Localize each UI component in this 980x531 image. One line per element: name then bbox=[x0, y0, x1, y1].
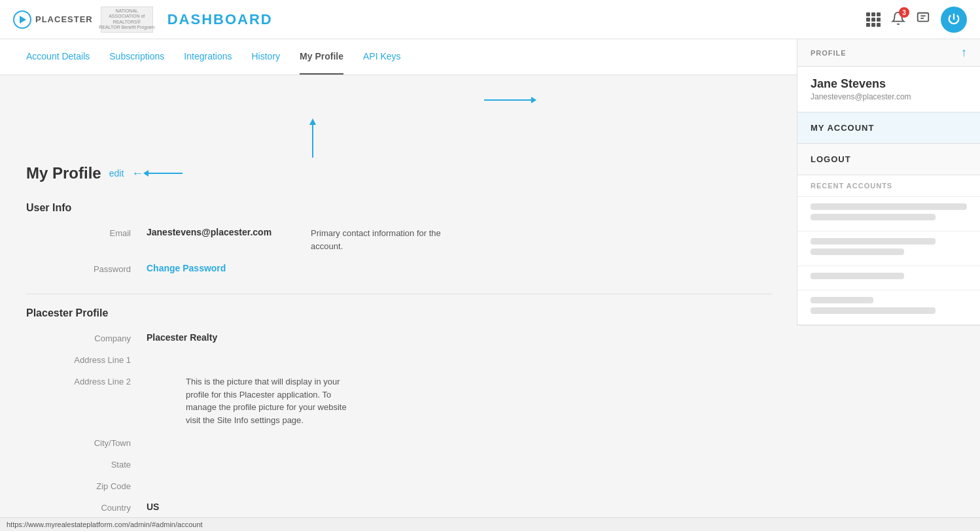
svg-marker-6 bbox=[309, 118, 316, 125]
country-row: Country US bbox=[26, 502, 772, 513]
placester-profile-title: Placester Profile bbox=[26, 307, 772, 319]
skeleton-line bbox=[811, 238, 936, 245]
company-row: Company Placester Realty bbox=[26, 332, 772, 343]
header: PLACESTER NATIONAL ASSOCIATION of REALTO… bbox=[0, 0, 980, 39]
logout-menu-item[interactable]: LOGOUT bbox=[797, 144, 980, 175]
header-left: PLACESTER NATIONAL ASSOCIATION of REALTO… bbox=[13, 7, 866, 33]
zip-row: Zip Code bbox=[26, 480, 772, 491]
country-label: Country bbox=[26, 502, 131, 513]
profile-email: Janestevens@placester.com bbox=[811, 92, 967, 101]
tab-history[interactable]: History bbox=[252, 39, 281, 75]
arrow-right-indicator bbox=[26, 95, 772, 105]
edit-link[interactable]: edit bbox=[109, 168, 124, 179]
tab-api-keys[interactable]: API Keys bbox=[363, 39, 401, 75]
profile-name: Jane Stevens bbox=[811, 77, 967, 91]
arrow-left-icon bbox=[131, 167, 183, 180]
profile-dropdown: PROFILE ↑ Jane Stevens Janestevens@place… bbox=[797, 39, 980, 326]
play-triangle-icon bbox=[20, 16, 26, 24]
grid-dot bbox=[877, 18, 881, 22]
status-url: https://www.myrealestateplatform.com/adm… bbox=[7, 521, 203, 528]
city-label: City/Town bbox=[26, 437, 131, 448]
notification-icon[interactable]: 3 bbox=[891, 11, 905, 27]
grid-dot bbox=[866, 23, 870, 27]
zip-label: Zip Code bbox=[26, 480, 131, 491]
header-right: 3 bbox=[866, 7, 967, 33]
grid-dot bbox=[871, 12, 875, 16]
email-value: Janestevens@placester.com bbox=[147, 227, 271, 237]
recent-account-item[interactable] bbox=[797, 197, 980, 231]
svg-rect-0 bbox=[918, 13, 929, 22]
user-info-section: User Info Email Janestevens@placester.co… bbox=[26, 202, 772, 274]
tabs-bar: Account Details Subscriptions Integratio… bbox=[0, 39, 798, 75]
power-button[interactable] bbox=[941, 7, 967, 33]
skeleton-line bbox=[811, 273, 904, 279]
company-label: Company bbox=[26, 332, 131, 343]
tab-my-profile[interactable]: My Profile bbox=[300, 39, 343, 75]
state-label: State bbox=[26, 458, 131, 470]
tab-account-details[interactable]: Account Details bbox=[26, 39, 90, 75]
recent-accounts-header: RECENT ACCOUNTS bbox=[797, 175, 980, 197]
skeleton-line bbox=[811, 307, 936, 314]
address1-row: Address Line 1 bbox=[26, 354, 772, 365]
profile-arrow-up-icon: ↑ bbox=[961, 46, 967, 60]
address1-label: Address Line 1 bbox=[26, 354, 131, 365]
skeleton-line bbox=[811, 203, 967, 210]
page-title: My Profile bbox=[26, 164, 101, 182]
grid-dot bbox=[866, 12, 870, 16]
address2-label: Address Line 2 bbox=[26, 375, 131, 386]
picture-hint: This is the picture that will display in… bbox=[186, 375, 349, 426]
skeleton-line bbox=[811, 248, 904, 255]
country-value: US bbox=[147, 502, 159, 512]
email-label: Email bbox=[26, 227, 131, 238]
address2-row: Address Line 2 This is the picture that … bbox=[26, 375, 772, 426]
email-row: Email Janestevens@placester.com Primary … bbox=[26, 227, 772, 252]
grid-dot bbox=[871, 18, 875, 22]
placester-logo: PLACESTER bbox=[13, 10, 93, 29]
password-label: Password bbox=[26, 263, 131, 274]
page-header: My Profile edit bbox=[26, 164, 772, 182]
my-account-menu-item[interactable]: MY ACCOUNT bbox=[797, 112, 980, 144]
svg-marker-4 bbox=[531, 97, 536, 103]
email-hint: Primary contact information for the acco… bbox=[311, 227, 474, 252]
nar-logo: NATIONAL ASSOCIATION of REALTORS® REALTO… bbox=[101, 7, 153, 33]
recent-account-item[interactable] bbox=[797, 231, 980, 266]
logo-text: PLACESTER bbox=[35, 14, 93, 24]
dashboard-title: DASHBOARD bbox=[167, 11, 273, 28]
profile-label: PROFILE bbox=[811, 49, 847, 57]
notification-badge: 3 bbox=[899, 7, 909, 18]
arrow-up-indicator bbox=[307, 118, 772, 158]
section-divider bbox=[26, 294, 772, 294]
grid-dot bbox=[877, 12, 881, 16]
recent-account-item[interactable] bbox=[797, 290, 980, 325]
company-value: Placester Realty bbox=[147, 332, 217, 343]
grid-dot bbox=[871, 23, 875, 27]
page-body: My Profile edit User Info Email Janestev… bbox=[0, 75, 798, 531]
play-icon bbox=[13, 10, 31, 29]
skeleton-line bbox=[811, 297, 873, 303]
grid-icon[interactable] bbox=[866, 12, 881, 27]
profile-user-section: Jane Stevens Janestevens@placester.com bbox=[797, 67, 980, 112]
tab-subscriptions[interactable]: Subscriptions bbox=[109, 39, 164, 75]
grid-dot bbox=[877, 23, 881, 27]
status-bar: https://www.myrealestateplatform.com/adm… bbox=[0, 517, 980, 531]
nar-logo-text: NATIONAL ASSOCIATION of REALTORS® REALTO… bbox=[99, 9, 154, 31]
recent-account-item[interactable] bbox=[797, 266, 980, 290]
skeleton-line bbox=[811, 214, 936, 220]
placester-profile-section: Placester Profile Company Placester Real… bbox=[26, 307, 772, 531]
city-row: City/Town bbox=[26, 437, 772, 448]
content-area: Account Details Subscriptions Integratio… bbox=[0, 39, 798, 531]
profile-header-section: PROFILE ↑ bbox=[797, 39, 980, 67]
password-row: Password Change Password bbox=[26, 263, 772, 274]
svg-marker-8 bbox=[143, 170, 149, 177]
chat-icon[interactable] bbox=[916, 11, 930, 27]
tab-integrations[interactable]: Integrations bbox=[184, 39, 232, 75]
change-password-link[interactable]: Change Password bbox=[147, 263, 226, 273]
user-info-title: User Info bbox=[26, 202, 772, 214]
grid-dot bbox=[866, 18, 870, 22]
state-row: State bbox=[26, 458, 772, 470]
